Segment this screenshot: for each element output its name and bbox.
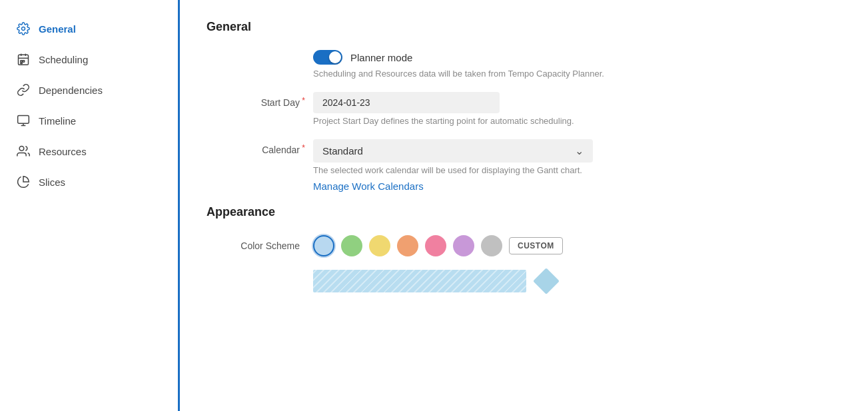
- color-scheme-row: Color Scheme CUSTOM: [207, 235, 841, 292]
- sidebar-item-general[interactable]: General: [0, 13, 178, 44]
- svg-rect-0: [19, 55, 29, 65]
- sidebar-item-resources[interactable]: Resources: [0, 136, 178, 167]
- diamond-icon[interactable]: [533, 268, 560, 294]
- sidebar: General Scheduling Dependencies: [0, 0, 180, 411]
- monitor-icon: [16, 113, 31, 128]
- section-title-general: General: [207, 20, 841, 34]
- calendar-icon: [16, 52, 31, 67]
- calendar-value: Standard: [322, 145, 363, 157]
- planner-mode-toggle-row: Planner mode: [313, 50, 841, 65]
- color-orange[interactable]: [397, 235, 418, 256]
- svg-rect-7: [18, 116, 29, 124]
- manage-work-calendars-link[interactable]: Manage Work Calendars: [313, 181, 424, 192]
- planner-mode-label-spacer: [207, 50, 313, 55]
- planner-mode-toggle[interactable]: [313, 50, 342, 65]
- sidebar-item-timeline[interactable]: Timeline: [0, 105, 178, 136]
- color-yellow[interactable]: [369, 235, 390, 256]
- custom-color-button[interactable]: CUSTOM: [509, 237, 563, 254]
- start-day-control: Project Start Day defines the starting p…: [313, 92, 841, 126]
- planner-mode-label: Planner mode: [350, 52, 412, 63]
- sidebar-item-label-slices: Slices: [39, 177, 65, 188]
- planner-mode-row: Planner mode Scheduling and Resources da…: [207, 50, 841, 79]
- chevron-down-icon: ⌄: [575, 145, 584, 157]
- calendar-required: *: [302, 143, 305, 153]
- color-circles-row: CUSTOM: [313, 235, 841, 256]
- sidebar-item-dependencies[interactable]: Dependencies: [0, 75, 178, 105]
- calendar-hint: The selected work calendar will be used …: [313, 165, 841, 175]
- link-icon: [16, 83, 31, 97]
- calendar-label: Calendar *: [207, 139, 313, 155]
- svg-rect-5: [23, 61, 25, 63]
- svg-rect-6: [21, 63, 22, 64]
- planner-mode-hint: Scheduling and Resources data will be ta…: [313, 69, 841, 79]
- planner-mode-control: Planner mode Scheduling and Resources da…: [313, 50, 841, 79]
- section-title-appearance: Appearance: [207, 205, 841, 219]
- sidebar-item-label-scheduling: Scheduling: [39, 54, 88, 65]
- color-bar[interactable]: [313, 270, 526, 292]
- color-scheme-label: Color Scheme: [207, 235, 313, 251]
- svg-rect-4: [21, 61, 22, 63]
- color-gray[interactable]: [481, 235, 502, 256]
- settings-icon: [16, 21, 31, 36]
- pie-icon: [16, 175, 31, 189]
- color-green[interactable]: [341, 235, 362, 256]
- sidebar-item-label-dependencies: Dependencies: [39, 85, 103, 96]
- sidebar-item-label-general: General: [39, 23, 76, 35]
- start-day-input[interactable]: [313, 92, 500, 113]
- main-content: General Planner mode Scheduling and Reso…: [180, 0, 868, 411]
- general-form: Planner mode Scheduling and Resources da…: [207, 50, 841, 192]
- sidebar-item-scheduling[interactable]: Scheduling: [0, 44, 178, 75]
- color-purple[interactable]: [453, 235, 474, 256]
- calendar-control: Standard ⌄ The selected work calendar wi…: [313, 139, 841, 192]
- svg-point-10: [19, 147, 24, 151]
- sidebar-item-label-resources: Resources: [39, 146, 87, 157]
- color-blue[interactable]: [313, 235, 334, 256]
- start-day-row: Start Day * Project Start Day defines th…: [207, 92, 841, 126]
- start-day-hint: Project Start Day defines the starting p…: [313, 116, 841, 126]
- color-scheme-control: CUSTOM: [313, 235, 841, 292]
- users-icon: [16, 144, 31, 159]
- sidebar-item-label-timeline: Timeline: [39, 115, 76, 127]
- start-day-label: Start Day *: [207, 92, 313, 108]
- calendar-dropdown[interactable]: Standard ⌄: [313, 139, 593, 163]
- color-pink[interactable]: [425, 235, 446, 256]
- color-bar-row: [313, 270, 841, 292]
- calendar-row: Calendar * Standard ⌄ The selected work …: [207, 139, 841, 192]
- start-day-required: *: [302, 96, 305, 105]
- color-bar-stripes: [313, 270, 526, 292]
- sidebar-item-slices[interactable]: Slices: [0, 167, 178, 197]
